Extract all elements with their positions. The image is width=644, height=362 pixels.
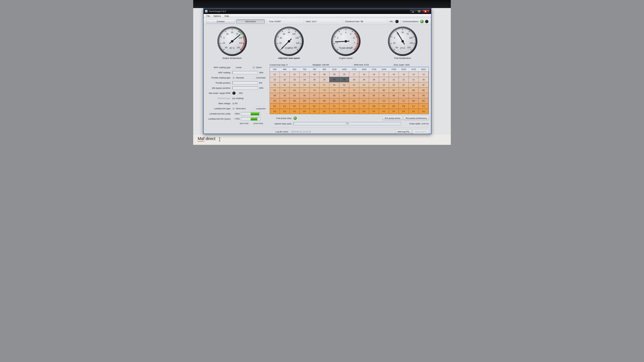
map-cell[interactable]: 1B xyxy=(300,72,310,77)
map-cell[interactable]: EB xyxy=(399,103,409,109)
stop-log-button[interactable]: Stop log (F7) xyxy=(413,130,429,134)
map-cell[interactable]: FD xyxy=(320,109,330,114)
map-cell[interactable]: 56 xyxy=(270,82,280,87)
map-cell[interactable]: E4 xyxy=(280,103,290,109)
map-cell[interactable]: 77 xyxy=(300,87,310,93)
run-pump-continuous-button[interactable]: Run pump (continuous) xyxy=(404,116,429,120)
map-cell[interactable]: 9B xyxy=(389,93,399,98)
map-cell[interactable]: 74 xyxy=(320,87,330,93)
map-cell[interactable]: E1 xyxy=(418,103,428,109)
map-cell[interactable]: 6E xyxy=(409,87,419,93)
map-cell[interactable]: C1 xyxy=(399,98,409,103)
map-cell[interactable]: 75 xyxy=(349,87,359,93)
map-cell[interactable]: 84 xyxy=(270,87,280,93)
map-cell[interactable]: FF xyxy=(399,109,409,114)
maf-direct-radio[interactable] xyxy=(252,66,255,69)
start-log-button[interactable]: Start log (F5) xyxy=(396,130,411,134)
map-cell[interactable]: 1B xyxy=(330,72,340,77)
map-cell[interactable]: 96 xyxy=(409,93,419,98)
map-cell[interactable]: 57 xyxy=(369,82,379,87)
map-cell[interactable]: 56 xyxy=(330,82,340,87)
map-cell[interactable]: 54 xyxy=(359,82,369,87)
map-cell[interactable]: 97 xyxy=(310,93,320,98)
titlebar[interactable]: RoverGauge 0.9.3 xyxy=(204,8,431,14)
map-cell[interactable]: 96 xyxy=(300,93,310,98)
map-cell[interactable]: 75 xyxy=(330,87,340,93)
map-cell[interactable]: 9E xyxy=(369,93,379,98)
map-cell[interactable]: DC xyxy=(310,103,320,109)
map-cell[interactable]: FD xyxy=(300,109,310,114)
maf-linear-radio[interactable] xyxy=(232,66,235,69)
map-cell[interactable]: 9B xyxy=(349,93,359,98)
map-cell[interactable]: 4F xyxy=(409,82,419,87)
map-cell[interactable]: 96 xyxy=(418,93,428,98)
map-cell[interactable]: BE xyxy=(349,98,359,103)
lambda-short-term-radio[interactable] xyxy=(232,107,235,110)
map-cell[interactable]: 30 xyxy=(418,77,428,82)
map-cell[interactable]: FF xyxy=(389,109,399,114)
menu-options[interactable]: Options xyxy=(212,14,223,18)
map-cell[interactable]: 1C xyxy=(290,72,300,77)
map-cell[interactable]: F5 xyxy=(349,103,359,109)
map-cell[interactable]: FD xyxy=(270,109,280,114)
map-cell[interactable]: C3 xyxy=(379,98,389,103)
minimize-button[interactable] xyxy=(410,10,416,13)
disconnect-button[interactable]: Disconnect xyxy=(236,19,265,24)
map-cell[interactable]: 98 xyxy=(330,93,340,98)
map-cell[interactable]: FD xyxy=(339,109,349,114)
map-cell[interactable]: FD xyxy=(349,109,359,114)
map-cell[interactable]: E4 xyxy=(290,103,300,109)
map-cell[interactable]: BE xyxy=(409,98,419,103)
map-cell[interactable]: 1C xyxy=(270,72,280,77)
map-cell[interactable]: 14 xyxy=(389,72,399,77)
map-cell[interactable]: C4 xyxy=(389,98,399,103)
map-cell[interactable]: 56 xyxy=(339,82,349,87)
map-cell[interactable]: C3 xyxy=(359,98,369,103)
map-cell[interactable]: 1C xyxy=(280,72,290,77)
map-cell[interactable]: 35 xyxy=(339,77,349,82)
map-cell[interactable]: 96 xyxy=(280,93,290,98)
map-cell[interactable]: 33 xyxy=(270,77,280,82)
map-cell[interactable]: 36 xyxy=(369,77,379,82)
map-cell[interactable]: B9 xyxy=(290,98,300,103)
map-cell[interactable]: E9 xyxy=(379,103,389,109)
map-cell[interactable]: 74 xyxy=(310,87,320,93)
map-cell[interactable]: ED xyxy=(389,103,399,109)
map-cell[interactable]: 31 xyxy=(399,77,409,82)
map-cell[interactable]: 31 xyxy=(409,77,419,82)
map-cell[interactable]: 33 xyxy=(379,77,389,82)
map-cell[interactable]: 33 xyxy=(280,77,290,82)
map-cell[interactable]: B9 xyxy=(310,98,320,103)
map-cell[interactable]: FD xyxy=(290,109,300,114)
map-cell[interactable]: BC xyxy=(339,98,349,103)
map-cell[interactable]: 56 xyxy=(280,82,290,87)
map-cell[interactable]: B9 xyxy=(320,98,330,103)
menu-help[interactable]: Help xyxy=(223,14,231,18)
map-cell[interactable]: 4F xyxy=(418,82,428,87)
map-cell[interactable]: 9B xyxy=(270,93,280,98)
map-cell[interactable]: B9 xyxy=(300,98,310,103)
run-pump-once-button[interactable]: Run pump (once) xyxy=(382,116,402,120)
map-cell[interactable]: FD xyxy=(359,109,369,114)
map-cell[interactable]: FF xyxy=(369,109,379,114)
map-cell[interactable]: 57 xyxy=(320,82,330,87)
map-cell[interactable]: 36 xyxy=(359,77,369,82)
menu-file[interactable]: File xyxy=(205,14,212,18)
map-cell[interactable]: 55 xyxy=(349,82,359,87)
map-cell[interactable]: FA xyxy=(330,103,340,109)
map-cell[interactable]: 13 xyxy=(399,72,409,77)
map-cell[interactable]: 56 xyxy=(290,82,300,87)
map-cell[interactable]: FF xyxy=(379,109,389,114)
map-cell[interactable]: BA xyxy=(330,98,340,103)
map-cell[interactable]: FD xyxy=(310,109,320,114)
map-cell[interactable]: 96 xyxy=(290,93,300,98)
map-cell[interactable]: 16 xyxy=(359,72,369,77)
map-cell[interactable]: 1B xyxy=(320,72,330,77)
map-cell[interactable]: FD xyxy=(418,109,428,114)
map-cell[interactable]: 1B xyxy=(310,72,320,77)
map-cell[interactable]: 7B xyxy=(359,87,369,93)
connect-button[interactable]: Connect xyxy=(206,19,235,24)
throttle-corrected-radio[interactable] xyxy=(252,76,255,79)
map-cell[interactable]: 35 xyxy=(320,77,330,82)
map-cell[interactable]: 6E xyxy=(418,87,428,93)
